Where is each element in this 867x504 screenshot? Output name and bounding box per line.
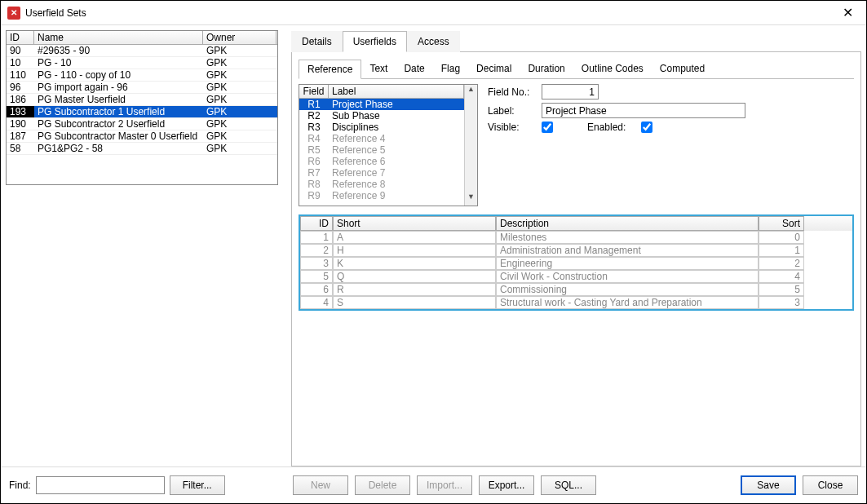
header-value-id[interactable]: ID bbox=[300, 216, 333, 231]
header-value-sort[interactable]: Sort bbox=[759, 216, 804, 231]
field-row[interactable]: R7Reference 7 bbox=[299, 167, 464, 179]
table-row[interactable]: 96PG import again - 96GPK bbox=[7, 82, 277, 94]
table-row[interactable]: 10PG - 10GPK bbox=[7, 57, 277, 69]
value-row[interactable]: 4SStructural work - Casting Yard and Pre… bbox=[300, 296, 852, 309]
subtab-text[interactable]: Text bbox=[361, 60, 396, 79]
label-label: Label: bbox=[488, 105, 537, 117]
header-id[interactable]: ID bbox=[7, 31, 34, 44]
sql-button[interactable]: SQL... bbox=[541, 475, 596, 495]
table-row[interactable]: 110PG - 110 - copy of 10GPK bbox=[7, 69, 277, 82]
app-icon: ✕ bbox=[7, 7, 20, 20]
subtab-date[interactable]: Date bbox=[396, 60, 432, 79]
field-no-input[interactable] bbox=[542, 84, 599, 99]
main-tabs: Details Userfields Access bbox=[291, 30, 861, 52]
find-input[interactable] bbox=[36, 476, 165, 494]
field-row[interactable]: R9Reference 9 bbox=[299, 190, 464, 201]
table-row[interactable]: 90#29635 - 90GPK bbox=[7, 45, 277, 57]
scroll-up-icon[interactable]: ▲ bbox=[465, 85, 477, 98]
field-row[interactable]: R2Sub Phase bbox=[299, 110, 464, 122]
header-name[interactable]: Name bbox=[34, 31, 203, 44]
label-input[interactable] bbox=[542, 103, 745, 118]
subtab-flag[interactable]: Flag bbox=[433, 60, 468, 79]
scroll-down-icon[interactable]: ▼ bbox=[465, 192, 477, 206]
header-owner[interactable]: Owner bbox=[203, 31, 276, 44]
window-close-button[interactable]: ✕ bbox=[829, 1, 866, 25]
field-row[interactable]: R8Reference 8 bbox=[299, 179, 464, 190]
table-row[interactable]: 190PG Subcontractor 2 UserfieldGPK bbox=[7, 118, 277, 130]
enabled-label: Enabled: bbox=[587, 122, 636, 133]
import-button[interactable]: Import... bbox=[417, 475, 472, 495]
value-row[interactable]: 6RCommissioning5 bbox=[300, 283, 852, 296]
header-value-desc[interactable]: Description bbox=[496, 216, 759, 231]
value-row[interactable]: 2HAdministration and Management1 bbox=[300, 244, 852, 257]
header-value-short[interactable]: Short bbox=[333, 216, 496, 231]
scroll-track[interactable] bbox=[465, 98, 477, 192]
find-label: Find: bbox=[9, 480, 31, 491]
field-row[interactable]: R5Reference 5 bbox=[299, 144, 464, 156]
field-row[interactable]: R3Disciplines bbox=[299, 122, 464, 133]
field-no-label: Field No.: bbox=[488, 86, 537, 98]
values-table[interactable]: ID Short Description Sort 1AMilestones02… bbox=[299, 214, 854, 311]
field-properties: Field No.: Label: Visible: Enabled: bbox=[488, 84, 854, 206]
value-row[interactable]: 1AMilestones0 bbox=[300, 231, 852, 244]
field-list-scrollbar[interactable]: ▲ ▼ bbox=[464, 85, 477, 206]
tab-userfields[interactable]: Userfields bbox=[343, 31, 407, 52]
table-row[interactable]: 186PG Master UserfieldGPK bbox=[7, 94, 277, 106]
titlebar: ✕ Userfield Sets ✕ bbox=[1, 1, 866, 25]
header-label[interactable]: Label bbox=[329, 85, 464, 98]
tab-details[interactable]: Details bbox=[291, 31, 343, 52]
subtab-reference[interactable]: Reference bbox=[299, 60, 361, 79]
filter-button[interactable]: Filter... bbox=[170, 475, 225, 495]
userfield-subtabs: Reference Text Date Flag Decimal Duratio… bbox=[299, 59, 854, 79]
table-header: ID Name Owner bbox=[7, 31, 277, 45]
table-row[interactable]: 193PG Subcontractor 1 UserfieldGPK bbox=[7, 106, 277, 118]
subtab-decimal[interactable]: Decimal bbox=[468, 60, 520, 79]
delete-button[interactable]: Delete bbox=[355, 475, 410, 495]
subtab-outline[interactable]: Outline Codes bbox=[573, 60, 652, 79]
visible-label: Visible: bbox=[488, 122, 537, 133]
subtab-computed[interactable]: Computed bbox=[652, 60, 713, 79]
field-list-header: Field Label bbox=[299, 85, 464, 99]
window-title: Userfield Sets bbox=[25, 7, 829, 19]
new-button[interactable]: New bbox=[293, 475, 348, 495]
enabled-checkbox[interactable] bbox=[641, 122, 652, 133]
header-field[interactable]: Field bbox=[299, 85, 329, 98]
reference-field-list[interactable]: Field Label R1Project PhaseR2Sub PhaseR3… bbox=[299, 84, 478, 206]
save-button[interactable]: Save bbox=[741, 475, 796, 495]
export-button[interactable]: Export... bbox=[479, 475, 534, 495]
table-row[interactable]: 187PG Subcontractor Master 0 UserfieldGP… bbox=[7, 130, 277, 143]
footer: Find: Filter... New Delete Import... Exp… bbox=[1, 466, 866, 502]
visible-checkbox[interactable] bbox=[542, 122, 553, 133]
values-header: ID Short Description Sort bbox=[300, 216, 852, 231]
tab-access[interactable]: Access bbox=[407, 31, 460, 52]
subtab-duration[interactable]: Duration bbox=[520, 60, 573, 79]
userfield-sets-table[interactable]: ID Name Owner 90#29635 - 90GPK10PG - 10G… bbox=[6, 30, 278, 185]
value-row[interactable]: 5QCivil Work - Construction4 bbox=[300, 270, 852, 283]
close-button[interactable]: Close bbox=[803, 475, 858, 495]
field-row[interactable]: R4Reference 4 bbox=[299, 133, 464, 144]
value-row[interactable]: 3KEngineering2 bbox=[300, 257, 852, 270]
table-row[interactable]: 58PG1&PG2 - 58GPK bbox=[7, 143, 277, 155]
field-row[interactable]: R1Project Phase bbox=[299, 99, 464, 110]
field-row[interactable]: R6Reference 6 bbox=[299, 156, 464, 167]
